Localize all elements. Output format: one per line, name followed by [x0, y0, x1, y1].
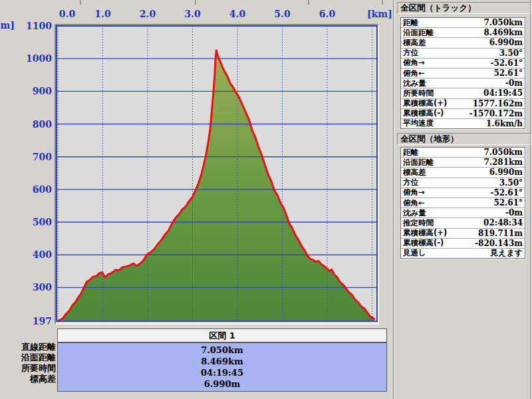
stats-row: 累積標高(-)-820.143m: [401, 238, 525, 248]
stats-row-value: 1577.162m: [473, 99, 523, 108]
stats-row: 俯角←52.61°: [401, 198, 525, 207]
stats-row-value: 7.281km: [483, 158, 523, 167]
bottom-summary-label: 標高差: [0, 374, 56, 384]
stats-panel-title: 全区間（トラック）: [397, 2, 531, 14]
stats-row: 沿面距離7.281km: [401, 157, 525, 167]
section-values-panel: 7.050km8.469km04:19:456.990m: [57, 342, 387, 392]
x-axis-tick-label: 5.0: [271, 9, 295, 19]
stats-row-label: 所要時間: [403, 88, 434, 98]
x-axis-tick-label: 0.0: [55, 9, 79, 19]
x-axis-tick-label: 6.0: [315, 9, 339, 19]
y-axis-tick-label: 1100: [0, 21, 52, 31]
stats-row: 推定時間02:48:34: [401, 217, 525, 227]
stats-row-label: 累積標高(+): [403, 228, 447, 238]
stats-row: 沿面距離8.469km: [401, 27, 525, 37]
stats-row-value: -0m: [505, 208, 523, 217]
bottom-summary-label: 沿面距離: [0, 352, 56, 363]
elevation-chart-plot-area[interactable]: [55, 24, 379, 325]
stats-row-value: 04:19:45: [483, 88, 523, 98]
y-axis-tick-label: 700: [0, 152, 52, 162]
y-axis-tick-label: 900: [0, 86, 52, 96]
ruler-tick: [80, 0, 81, 5]
stats-row: 俯角→-52.61°: [401, 188, 525, 198]
stats-row: 見通し見えます: [401, 248, 525, 258]
stats-row: 累積標高(+)1577.162m: [401, 98, 525, 108]
stats-row-label: 俯角→: [403, 58, 425, 68]
y-axis-tick-label: 600: [0, 184, 52, 195]
stats-table: 距離7.050km沿面距離8.469km標高差6.990m方位3.50°俯角→-…: [400, 17, 525, 129]
section-value: 6.990m: [58, 378, 386, 390]
stats-row-value: 819.711m: [478, 229, 523, 238]
stats-row-label: 累積標高(+): [403, 98, 447, 108]
bottom-summary-label: 所要時間: [0, 363, 56, 374]
stats-row-label: 平均速度: [403, 118, 434, 128]
stats-row-value: 3.50°: [499, 49, 523, 58]
stats-row: 累積標高(-)-1570.172m: [401, 108, 525, 118]
stats-row: 俯角→-52.61°: [401, 58, 525, 68]
stats-row: 方位3.50°: [401, 48, 525, 58]
stats-row-label: 沿面距離: [403, 158, 434, 168]
stats-table: 距離7.050km沿面距離7.281km標高差6.990m方位3.50°俯角→-…: [400, 147, 525, 259]
stats-row-label: 方位: [403, 48, 418, 58]
stats-row-label: 標高差: [403, 168, 426, 178]
stats-row: 標高差6.990m: [401, 167, 525, 177]
window-right-edge: [530, 0, 531, 399]
stats-panel-title: 全区間（地形）: [397, 133, 531, 145]
stats-row-value: 52.61°: [493, 68, 523, 78]
stats-row: 累積標高(+)819.711m: [401, 228, 525, 238]
stats-row: 平均速度1.6km/h: [401, 118, 525, 128]
stats-row-value: 52.61°: [493, 198, 523, 207]
stats-row-value: 02:48:34: [483, 218, 523, 227]
stats-row: 所要時間04:19:45: [401, 88, 525, 98]
stats-row-label: 方位: [403, 178, 418, 188]
x-axis-unit-label: [km]: [367, 9, 388, 19]
stats-row-label: 累積標高(-): [403, 108, 444, 118]
elevation-profile-svg[interactable]: [56, 25, 378, 323]
stats-row-value: -52.61°: [490, 59, 523, 68]
stats-row-label: 沈み量: [403, 78, 426, 88]
stats-row-value: -1570.172m: [469, 109, 523, 118]
stats-row-label: 沿面距離: [403, 28, 434, 38]
y-axis-tick-label: 400: [0, 249, 52, 260]
section-value: 8.469km: [58, 356, 386, 367]
stats-row-value: 1.6km/h: [486, 119, 523, 128]
section-header: 区間 1: [57, 329, 387, 342]
stats-row-label: 俯角→: [403, 188, 425, 198]
stats-row-label: 標高差: [403, 38, 426, 48]
stats-row-label: 累積標高(-): [403, 238, 444, 248]
section-value: 04:19:45: [58, 367, 386, 378]
stats-row: 方位3.50°: [401, 178, 525, 188]
stats-row-label: 距離: [403, 18, 418, 28]
ruler-tick: [308, 0, 309, 5]
stats-row-value: 3.50°: [499, 178, 523, 188]
stats-row-value: 6.990m: [489, 38, 523, 47]
x-axis-tick-label: 1.0: [91, 9, 115, 19]
y-axis-tick-label: 1000: [0, 53, 52, 64]
x-axis-tick-label: 4.0: [225, 9, 249, 19]
stats-row: 俯角←52.61°: [401, 68, 525, 78]
stats-row-value: -52.61°: [490, 188, 523, 198]
y-axis-tick-label: 197: [0, 316, 52, 327]
stats-row: 標高差6.990m: [401, 37, 525, 47]
ruler-tick: [195, 0, 196, 5]
stats-row-value: 8.469km: [483, 28, 523, 37]
stats-row-value: 見えます: [490, 247, 523, 259]
y-axis-tick-label: 500: [0, 217, 52, 227]
x-axis-tick-label: 3.0: [181, 9, 205, 19]
x-axis-tick-label: 2.0: [136, 9, 160, 19]
stats-row-value: 6.990m: [489, 168, 523, 177]
stats-row: 距離7.050km: [401, 148, 525, 157]
stats-row-label: 俯角←: [403, 198, 425, 208]
stats-row: 沈み量-0m: [401, 207, 525, 217]
section-value: 7.050km: [58, 344, 386, 356]
stats-row-label: 沈み量: [403, 208, 426, 218]
ruler-tick: [382, 0, 383, 5]
y-axis-tick-label: 300: [0, 282, 52, 293]
stats-row-value: 7.050km: [483, 148, 523, 157]
stats-row-label: 俯角←: [403, 68, 425, 78]
stats-row: 沈み量-0m: [401, 78, 525, 88]
bottom-summary-label: 直線距離: [0, 342, 56, 352]
stats-row-value: 7.050km: [483, 18, 523, 27]
stats-row: 距離7.050km: [401, 18, 525, 27]
stats-row-value: -820.143m: [475, 239, 523, 248]
